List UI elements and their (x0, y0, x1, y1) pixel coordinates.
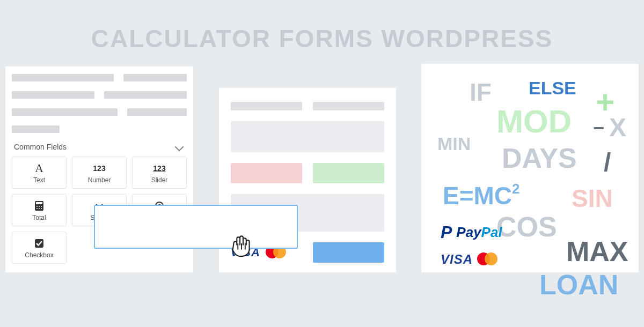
preview-row (231, 102, 384, 110)
section-header-label: Common Fields (14, 143, 67, 151)
tile-label: Checkbox (14, 251, 64, 259)
paypal-word: PayPal (456, 224, 502, 241)
tile-text[interactable]: A Text (12, 157, 67, 189)
skeleton-bar (12, 108, 118, 116)
checkbox-icon (14, 237, 64, 249)
preview-success-block (313, 163, 384, 183)
formula-cloud-panel: IF ELSE + MOD − X MIN DAYS / E=MC2 SIN C… (421, 64, 639, 272)
preview-row (231, 163, 384, 183)
dragging-field[interactable] (94, 205, 298, 249)
svg-point-7 (41, 208, 42, 209)
skeleton-row (12, 108, 187, 116)
preview-block (231, 121, 384, 152)
minus-icon: − (593, 118, 604, 138)
skeleton-bar (127, 108, 187, 116)
tile-number[interactable]: 123 Number (72, 157, 127, 189)
preview-bar (231, 102, 302, 110)
word-x: X (609, 115, 626, 140)
skeleton-bar (12, 125, 60, 133)
word-mod: MOD (496, 106, 572, 138)
mastercard-logo (477, 252, 499, 266)
tile-label: Total (14, 214, 64, 221)
tile-total[interactable]: Total (12, 194, 67, 226)
form-builder-panel: Common Fields A Text 123 Number 123 Slid… (5, 66, 193, 272)
word-cos: COS (496, 213, 557, 241)
svg-point-2 (36, 206, 38, 207)
submit-button[interactable] (313, 242, 384, 263)
skeleton-bar (12, 74, 114, 81)
preview-row (231, 121, 384, 152)
calculator-icon (14, 200, 64, 212)
word-min: MIN (437, 135, 471, 153)
common-fields-header[interactable]: Common Fields (12, 138, 187, 157)
word-if: IF (470, 80, 492, 105)
slash-icon: / (604, 150, 611, 175)
tile-label: Number (75, 176, 124, 184)
svg-point-3 (39, 206, 40, 207)
skeleton-row (12, 91, 187, 99)
chevron-down-icon (175, 143, 184, 152)
skeleton-bar (123, 74, 187, 81)
skeleton-row (12, 125, 187, 133)
word-max: MAX (566, 237, 628, 265)
page-title: CALCULATOR FORMS WORDPRESS (0, 0, 644, 66)
panels: Common Fields A Text 123 Number 123 Slid… (0, 66, 644, 272)
paypal-logo: P PayPal (441, 222, 502, 242)
svg-point-6 (39, 208, 40, 209)
number-icon: 123 (75, 162, 124, 174)
tile-label: Slider (135, 176, 184, 184)
word-days: DAYS (502, 144, 577, 172)
skeleton-bar (104, 91, 187, 99)
visa-logo: VISA (441, 252, 473, 267)
visa-mc-logos: VISA (441, 252, 499, 267)
slider-icon: 123 (135, 162, 184, 174)
svg-point-5 (36, 208, 38, 209)
tile-label: Text (14, 176, 64, 184)
preview-error-block (231, 163, 302, 183)
paypal-p-icon: P (441, 222, 452, 242)
skeleton-row (12, 74, 187, 81)
tile-slider[interactable]: 123 Slider (132, 157, 187, 189)
word-emc2: E=MC2 (443, 182, 520, 208)
skeleton-bar (12, 91, 94, 99)
word-sin: SIN (572, 186, 613, 211)
preview-bar (313, 102, 384, 110)
svg-point-4 (41, 206, 42, 207)
word-loan: LOAN (539, 271, 618, 299)
word-else: ELSE (529, 79, 576, 97)
letter-a-icon: A (14, 162, 64, 174)
svg-rect-1 (36, 202, 42, 204)
tile-checkbox[interactable]: Checkbox (12, 232, 67, 264)
